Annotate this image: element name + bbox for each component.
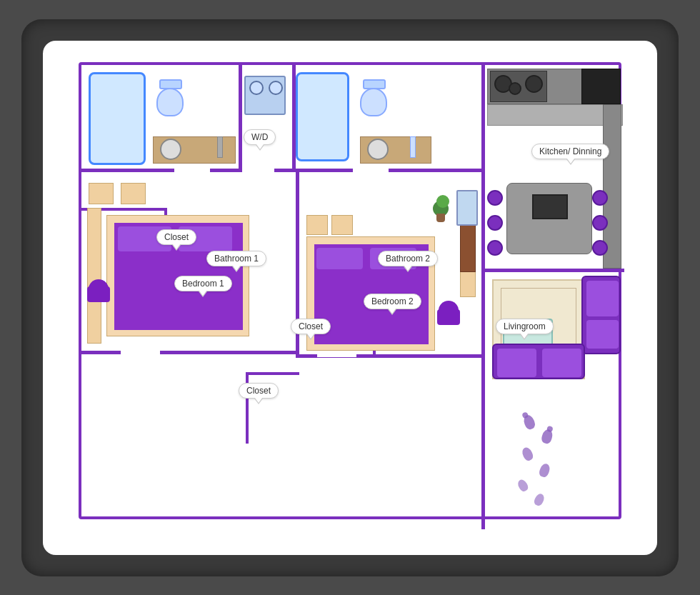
kitchen-label: Kitchen/ Dinning: [531, 144, 609, 159]
device-frame: Bathroom 1 Bathroom 2 W/D Kitchen/ Dinni…: [21, 19, 679, 576]
closet2-label: Closet: [239, 383, 279, 399]
bathroom2-label: Bathroom 2: [378, 251, 438, 266]
bathroom1-label: Bathroom 1: [206, 251, 266, 266]
bedroom2-label: Bedroom 2: [364, 294, 421, 309]
wd-label: W/D: [244, 129, 276, 145]
closet1-label: Closet: [156, 229, 196, 245]
floorplan: Bathroom 1 Bathroom 2 W/D Kitchen/ Dinni…: [79, 62, 621, 519]
closet3-label: Closet: [291, 319, 331, 334]
livingroom-label: Livingroom: [496, 319, 554, 334]
bedroom1-label: Bedroom 1: [174, 276, 232, 291]
screen: Bathroom 1 Bathroom 2 W/D Kitchen/ Dinni…: [43, 41, 657, 555]
